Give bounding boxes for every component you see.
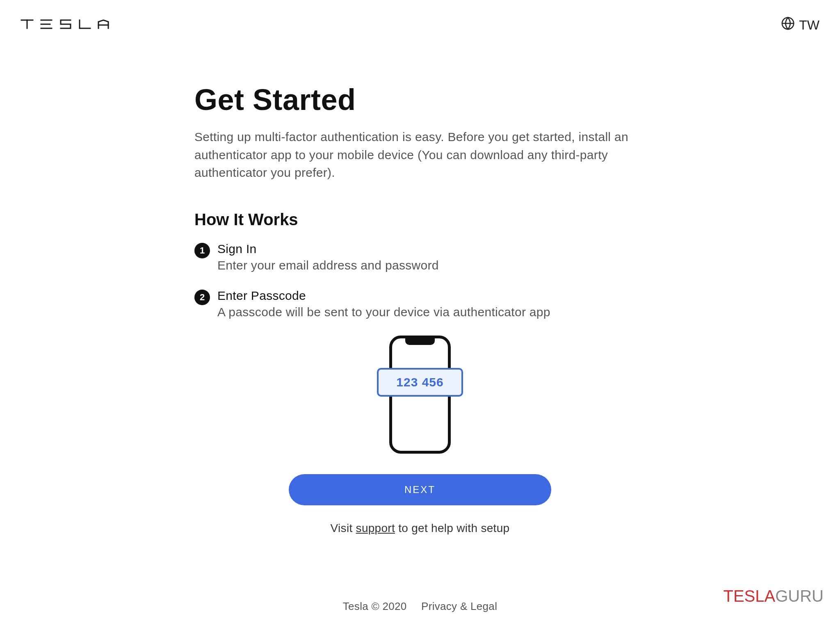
watermark-suffix: GURU [775,587,824,605]
header: TW [0,0,840,34]
locale-label: TW [799,18,819,33]
step-description: A passcode will be sent to your device v… [217,305,646,319]
how-it-works-heading: How It Works [194,210,646,229]
next-button[interactable]: NEXT [289,474,551,505]
support-prefix: Visit [331,522,356,534]
footer: Tesla © 2020 Privacy & Legal [0,600,840,613]
watermark-brand: TESLA [724,587,776,605]
step-number-badge: 1 [194,243,210,258]
privacy-legal-link[interactable]: Privacy & Legal [421,600,497,612]
phone-icon: 123 456 [389,336,451,454]
page-title: Get Started [194,83,646,116]
intro-text: Setting up multi-factor authentication i… [194,128,646,182]
sample-passcode: 123 456 [377,368,463,397]
watermark: TESLAGURU [724,587,824,605]
phone-notch-icon [405,338,435,345]
copyright: Tesla © 2020 [343,600,407,612]
phone-illustration: 123 456 [194,336,646,454]
support-line: Visit support to get help with setup [194,522,646,535]
step-title: Enter Passcode [217,289,646,303]
globe-icon [781,16,795,34]
support-suffix: to get help with setup [395,522,509,534]
step-1: 1 Sign In Enter your email address and p… [194,242,646,272]
step-number-badge: 2 [194,290,210,305]
tesla-logo [21,18,119,32]
step-2: 2 Enter Passcode A passcode will be sent… [194,289,646,319]
locale-selector[interactable]: TW [781,16,819,34]
step-title: Sign In [217,242,646,256]
step-description: Enter your email address and password [217,258,646,272]
support-link[interactable]: support [356,522,395,534]
main-content: Get Started Setting up multi-factor auth… [194,83,646,535]
